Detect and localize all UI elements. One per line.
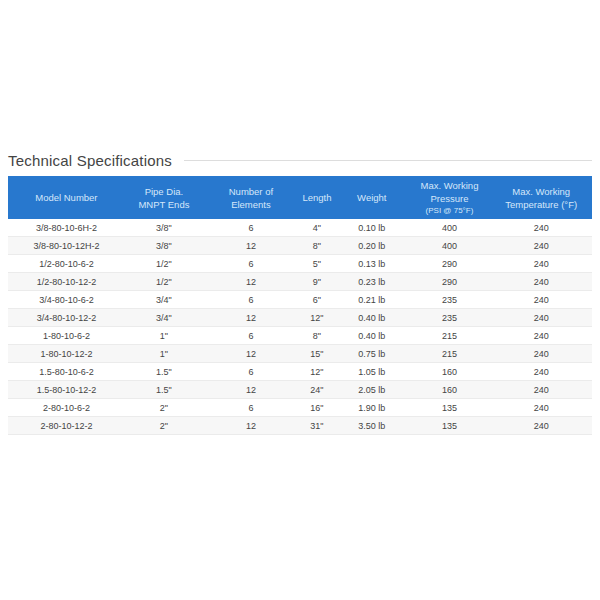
table-cell: 290 bbox=[409, 255, 491, 273]
table-cell: 5" bbox=[299, 255, 335, 273]
table-cell: 16" bbox=[299, 399, 335, 417]
column-header: Number ofElements bbox=[203, 176, 299, 219]
table-cell: 0.13 lb bbox=[335, 255, 409, 273]
table-cell: 290 bbox=[409, 273, 491, 291]
table-cell: 235 bbox=[409, 291, 491, 309]
table-cell: 8" bbox=[299, 237, 335, 255]
column-header: Max. WorkingTemperature (°F) bbox=[490, 176, 592, 219]
table-row: 2-80-10-6-22"616"1.90 lb135240 bbox=[8, 399, 592, 417]
column-header: Pipe Dia.MNPT Ends bbox=[125, 176, 203, 219]
table-cell: 160 bbox=[409, 381, 491, 399]
table-header-row: Model NumberPipe Dia.MNPT EndsNumber ofE… bbox=[8, 176, 592, 219]
table-cell: 1-80-10-12-2 bbox=[8, 345, 125, 363]
table-cell: 12 bbox=[203, 309, 299, 327]
table-cell: 12 bbox=[203, 417, 299, 435]
table-cell: 9" bbox=[299, 273, 335, 291]
table-row: 1/2-80-10-6-21/2"65"0.13 lb290240 bbox=[8, 255, 592, 273]
table-cell: 240 bbox=[490, 273, 592, 291]
table-cell: 135 bbox=[409, 399, 491, 417]
table-cell: 240 bbox=[490, 345, 592, 363]
table-row: 1-80-10-6-21"68"0.40 lb215240 bbox=[8, 327, 592, 345]
table-cell: 3/8" bbox=[125, 219, 203, 237]
column-header: Model Number bbox=[8, 176, 125, 219]
technical-specifications-section: Technical Specifications Model NumberPip… bbox=[8, 150, 592, 435]
page: Technical Specifications Model NumberPip… bbox=[0, 0, 600, 600]
table-cell: 1.90 lb bbox=[335, 399, 409, 417]
table-cell: 2" bbox=[125, 417, 203, 435]
table-row: 3/4-80-10-6-23/4"66"0.21 lb235240 bbox=[8, 291, 592, 309]
table-cell: 6 bbox=[203, 399, 299, 417]
section-title-row: Technical Specifications bbox=[8, 150, 592, 170]
table-row: 1.5-80-10-12-21.5"1224"2.05 lb160240 bbox=[8, 381, 592, 399]
table-cell: 2-80-10-6-2 bbox=[8, 399, 125, 417]
table-cell: 160 bbox=[409, 363, 491, 381]
table-row: 1.5-80-10-6-21.5"612"1.05 lb160240 bbox=[8, 363, 592, 381]
table-cell: 12 bbox=[203, 381, 299, 399]
table-cell: 4" bbox=[299, 219, 335, 237]
table-cell: 240 bbox=[490, 309, 592, 327]
table-cell: 0.10 lb bbox=[335, 219, 409, 237]
table-cell: 1" bbox=[125, 327, 203, 345]
table-cell: 12 bbox=[203, 273, 299, 291]
table-body: 3/8-80-10-6H-23/8"64"0.10 lb4002403/8-80… bbox=[8, 219, 592, 435]
table-cell: 6 bbox=[203, 255, 299, 273]
table-cell: 135 bbox=[409, 417, 491, 435]
table-cell: 1.5" bbox=[125, 363, 203, 381]
table-cell: 8" bbox=[299, 327, 335, 345]
table-cell: 12 bbox=[203, 345, 299, 363]
table-cell: 240 bbox=[490, 291, 592, 309]
table-cell: 240 bbox=[490, 237, 592, 255]
table-row: 3/4-80-10-12-23/4"1212"0.40 lb235240 bbox=[8, 309, 592, 327]
table-cell: 2.05 lb bbox=[335, 381, 409, 399]
table-cell: 240 bbox=[490, 381, 592, 399]
table-cell: 1" bbox=[125, 345, 203, 363]
table-cell: 31" bbox=[299, 417, 335, 435]
column-header: Weight bbox=[335, 176, 409, 219]
table-cell: 3/8-80-10-6H-2 bbox=[8, 219, 125, 237]
table-cell: 1/2-80-10-12-2 bbox=[8, 273, 125, 291]
table-cell: 0.20 lb bbox=[335, 237, 409, 255]
table-cell: 215 bbox=[409, 327, 491, 345]
table-cell: 2" bbox=[125, 399, 203, 417]
table-cell: 3/4" bbox=[125, 291, 203, 309]
spec-table: Model NumberPipe Dia.MNPT EndsNumber ofE… bbox=[8, 176, 592, 435]
table-cell: 6 bbox=[203, 219, 299, 237]
table-cell: 3/8-80-10-12H-2 bbox=[8, 237, 125, 255]
table-cell: 1.05 lb bbox=[335, 363, 409, 381]
table-cell: 235 bbox=[409, 309, 491, 327]
table-row: 1-80-10-12-21"1215"0.75 lb215240 bbox=[8, 345, 592, 363]
section-title: Technical Specifications bbox=[8, 152, 172, 169]
table-cell: 15" bbox=[299, 345, 335, 363]
table-cell: 400 bbox=[409, 237, 491, 255]
table-cell: 12 bbox=[203, 237, 299, 255]
table-cell: 1.5-80-10-12-2 bbox=[8, 381, 125, 399]
table-row: 2-80-10-12-22"1231"3.50 lb135240 bbox=[8, 417, 592, 435]
table-cell: 1.5" bbox=[125, 381, 203, 399]
table-cell: 400 bbox=[409, 219, 491, 237]
table-cell: 0.23 lb bbox=[335, 273, 409, 291]
table-cell: 24" bbox=[299, 381, 335, 399]
table-cell: 0.40 lb bbox=[335, 309, 409, 327]
table-cell: 240 bbox=[490, 219, 592, 237]
table-cell: 6 bbox=[203, 363, 299, 381]
table-cell: 3.50 lb bbox=[335, 417, 409, 435]
table-cell: 2-80-10-12-2 bbox=[8, 417, 125, 435]
table-cell: 3/8" bbox=[125, 237, 203, 255]
table-cell: 0.21 lb bbox=[335, 291, 409, 309]
table-cell: 1/2" bbox=[125, 273, 203, 291]
table-cell: 0.75 lb bbox=[335, 345, 409, 363]
table-cell: 1-80-10-6-2 bbox=[8, 327, 125, 345]
table-cell: 12" bbox=[299, 363, 335, 381]
table-cell: 3/4-80-10-6-2 bbox=[8, 291, 125, 309]
table-cell: 240 bbox=[490, 363, 592, 381]
table-row: 1/2-80-10-12-21/2"129"0.23 lb290240 bbox=[8, 273, 592, 291]
table-cell: 1/2" bbox=[125, 255, 203, 273]
column-header: Length bbox=[299, 176, 335, 219]
table-row: 3/8-80-10-12H-23/8"128"0.20 lb400240 bbox=[8, 237, 592, 255]
table-cell: 12" bbox=[299, 309, 335, 327]
title-divider-line bbox=[184, 160, 592, 161]
table-row: 3/8-80-10-6H-23/8"64"0.10 lb400240 bbox=[8, 219, 592, 237]
table-cell: 6" bbox=[299, 291, 335, 309]
table-cell: 0.40 lb bbox=[335, 327, 409, 345]
table-cell: 3/4" bbox=[125, 309, 203, 327]
